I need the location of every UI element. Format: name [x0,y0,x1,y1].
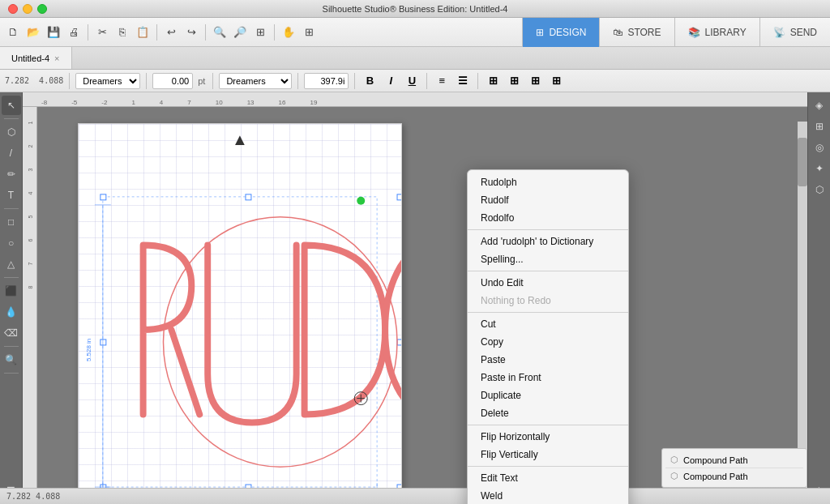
cm-edit-text[interactable]: Edit Text [468,469,628,487]
library-nav-btn[interactable]: 📚 LIBRARY [674,18,759,47]
layer-item-1[interactable]: ⬡ Compound Path [665,452,803,468]
main-area: ↖ ⬡ / ✏ T □ ○ △ ⬛ 💧 ⌫ 🔍 ☰ -8 -5 -2 1 [0,92,830,504]
tab-bar: Untitled-4 × [0,47,830,70]
polygon-tool[interactable]: △ [2,254,21,274]
canvas-area[interactable]: -8 -5 -2 1 4 7 10 13 16 19 1 2 3 4 5 6 7 [23,92,807,504]
format-extra3[interactable]: ⊞ [526,72,544,90]
font-size-input2[interactable] [304,73,349,89]
select-tool[interactable]: ↖ [2,96,21,115]
scrollbar-thumb[interactable] [798,138,807,186]
svg-point-9 [163,217,397,467]
right-panel: ◈ ⊞ ◎ ✦ ⬡ ⚙ [807,92,830,504]
pen-tool[interactable]: ✏ [2,164,21,184]
cm-delete[interactable]: Delete [468,404,628,422]
cm-paste-front[interactable]: Paste in Front [468,369,628,387]
ellipse-tool[interactable]: ○ [2,233,21,253]
store-nav-label: STORE [627,27,661,38]
right-tool-4[interactable]: ✦ [810,159,829,178]
line-tool[interactable]: / [2,143,21,163]
cm-paste[interactable]: Paste [468,351,628,369]
sep1 [88,24,88,41]
cm-rudolph[interactable]: Rudolph [468,173,628,191]
font-size-input[interactable] [152,73,193,89]
zoom-fit-btn[interactable]: ⊞ [250,23,270,42]
layer-label-2: Compound Path [683,472,748,481]
tab-untitled4[interactable]: Untitled-4 × [0,47,72,69]
font-select[interactable]: Dreamers [75,73,140,89]
open-btn[interactable]: 📂 [24,23,43,42]
layer-item-2[interactable]: ⬡ Compound Path [665,468,803,484]
redo-btn[interactable]: ↪ [182,23,201,42]
store-nav-btn[interactable]: 🛍 STORE [599,18,674,47]
zoom-canvas-tool[interactable]: 🔍 [2,350,21,369]
undo-tools: ↩ ↪ [161,23,201,42]
cm-weld[interactable]: Weld [468,487,628,504]
close-button[interactable] [8,4,18,14]
node-tool[interactable]: ⬡ [2,122,21,142]
sep2 [156,24,157,41]
drawing-canvas[interactable]: ▲ [37,107,807,504]
cm-spelling[interactable]: Spelling... [468,250,628,268]
font-family-select[interactable]: Dreamers [219,73,292,89]
grid-btn[interactable]: ⊞ [299,23,319,42]
cm-copy[interactable]: Copy [468,333,628,351]
rectangle-tool[interactable]: □ [2,212,21,232]
maximize-button[interactable] [37,4,47,14]
paste-btn[interactable]: 📋 [133,23,152,42]
layer-label-1: Compound Path [683,455,748,465]
bold-btn[interactable]: B [361,72,379,90]
fmt-sep7 [477,73,478,89]
print-btn[interactable]: 🖨 [64,23,83,42]
italic-btn[interactable]: I [382,72,400,90]
library-nav-label: LIBRARY [705,27,747,38]
align-center-btn[interactable]: ☰ [454,72,472,90]
cm-duplicate[interactable]: Duplicate [468,387,628,404]
pan-btn[interactable]: ✋ [279,23,298,42]
design-nav-label: DESIGN [549,27,586,38]
format-extra2[interactable]: ⊞ [505,72,523,90]
right-tool-5[interactable]: ⬡ [810,180,829,199]
minimize-button[interactable] [23,4,32,14]
eyedropper-tool[interactable]: 💧 [2,302,21,322]
send-nav-btn[interactable]: 📡 SEND [759,18,830,47]
zoom-out-btn[interactable]: 🔎 [230,23,250,42]
format-extra4[interactable]: ⊞ [547,72,565,90]
cm-cut[interactable]: Cut [468,315,628,333]
copy-btn[interactable]: ⎘ [113,23,132,42]
size-unit: pt [198,76,205,86]
design-nav-btn[interactable]: ⊞ DESIGN [522,18,599,47]
align-left-btn[interactable]: ≡ [433,72,451,90]
context-menu: Rudolph Rudolf Rodolfo Add 'rudolph' to … [467,169,629,504]
coord-y: 4.088 [39,76,63,85]
cm-rudolf[interactable]: Rudolf [468,191,628,209]
cm-undo-edit[interactable]: Undo Edit [468,274,628,292]
fill-tool[interactable]: ⬛ [2,281,21,301]
right-tool-1[interactable]: ◈ [810,96,829,115]
svg-rect-7 [101,340,106,345]
cm-sep5 [468,466,628,467]
new-btn[interactable]: 🗋 [3,23,23,42]
undo-btn[interactable]: ↩ [161,23,181,42]
tool-sep5 [4,373,19,374]
save-btn[interactable]: 💾 [44,23,63,42]
tab-close-icon[interactable]: × [54,53,59,63]
format-extra1[interactable]: ⊞ [484,72,502,90]
cm-flip-h[interactable]: Flip Horizontally [468,428,628,446]
top-nav: ⊞ DESIGN 🛍 STORE 📚 LIBRARY 📡 SEND [522,18,830,47]
cut-btn[interactable]: ✂ [92,23,112,42]
text-tool[interactable]: T [2,186,21,205]
cm-sep1 [468,229,628,230]
cm-add-to-dict[interactable]: Add 'rudolph' to Dictionary [468,233,628,250]
underline-btn[interactable]: U [403,72,421,90]
fmt-sep4 [297,73,298,89]
right-tool-2[interactable]: ⊞ [810,117,829,136]
cm-flip-v[interactable]: Flip Vertically [468,446,628,463]
scrollbar-vertical[interactable] [798,122,807,488]
cm-rodolfo[interactable]: Rodolfo [468,209,628,227]
layer-icon-2: ⬡ [670,471,678,481]
sep4 [274,24,275,41]
right-tool-3[interactable]: ◎ [810,138,829,157]
file-tools: 🗋 📂 💾 🖨 [3,23,83,42]
eraser-tool[interactable]: ⌫ [2,323,21,343]
zoom-in-btn[interactable]: 🔍 [210,23,229,42]
